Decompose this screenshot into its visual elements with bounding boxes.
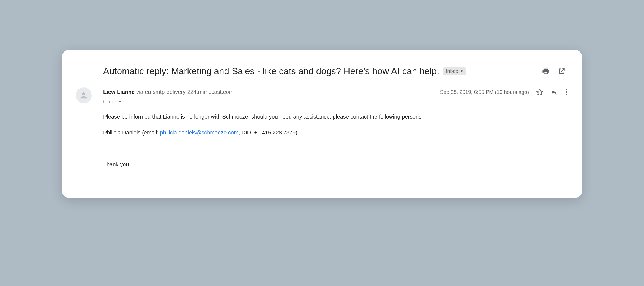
contact-email-link[interactable]: philicia.daniels@schmooze.com [160,130,239,136]
via-host: eu-smtp-delivery-224.mimecast.com [145,89,233,95]
star-icon[interactable] [536,89,543,96]
chevron-down-icon [118,100,122,104]
subject-left: Automatic reply: Marketing and Sales - l… [103,66,466,76]
contact-prefix: Philicia Daniels (email: [103,130,160,136]
from-left: Liew Lianne via eu-smtp-delivery-224.mim… [103,89,234,95]
avatar [76,87,92,103]
message-header-row: Liew Lianne via eu-smtp-delivery-224.mim… [76,87,568,105]
from-line: Liew Lianne via eu-smtp-delivery-224.mim… [103,87,568,97]
print-icon[interactable] [542,67,550,75]
open-new-window-icon[interactable] [558,67,566,75]
body-signoff: Thank you. [103,160,568,169]
to-line[interactable]: to me [103,99,568,105]
subject-row: Automatic reply: Marketing and Sales - l… [103,66,566,76]
label-text: Inbox [446,68,458,74]
message-header: Liew Lianne via eu-smtp-delivery-224.mim… [103,87,568,105]
body-contact-line: Philicia Daniels (email: philicia.daniel… [103,128,568,137]
close-icon[interactable]: ✕ [460,69,463,73]
timestamp: Sep 28, 2019, 6:55 PM (16 hours ago) [440,89,529,95]
via-label: via [136,89,143,95]
email-card: Automatic reply: Marketing and Sales - l… [62,50,582,198]
from-right: Sep 28, 2019, 6:55 PM (16 hours ago) [440,87,568,97]
sender-name: Liew Lianne [103,89,135,95]
more-icon[interactable] [565,87,568,97]
contact-suffix: , DID: +1 415 228 7379) [239,130,298,136]
to-text: to me [103,99,116,105]
inbox-label-chip[interactable]: Inbox ✕ [443,67,466,75]
email-body: Please be informed that Lianne is no lon… [103,112,568,169]
subject-actions [542,67,566,75]
email-subject: Automatic reply: Marketing and Sales - l… [103,66,439,76]
svg-marker-0 [537,89,543,95]
reply-icon[interactable] [550,89,558,96]
body-intro: Please be informed that Lianne is no lon… [103,112,568,121]
